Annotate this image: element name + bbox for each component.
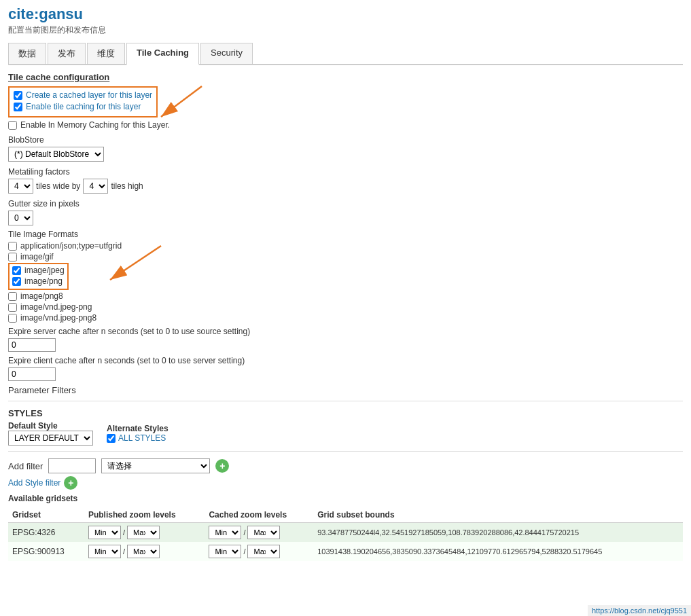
format-png-label: image/png: [24, 276, 63, 286]
add-filter-select[interactable]: 请选择: [101, 458, 210, 473]
blobstore-group: BlobStore (*) Default BlobStore: [8, 135, 683, 162]
col-cached-zoom: Cached zoom levels: [205, 507, 313, 523]
bounds-4326: 93.34787750244l4,32.5451927185059,108.78…: [313, 523, 683, 543]
metatiling-wide-text: tiles wide by: [36, 181, 80, 191]
pub-max-900913[interactable]: Max: [127, 545, 160, 558]
tab-bar: 数据 发布 维度 Tile Caching Security: [8, 43, 683, 65]
gridset-name-900913: EPSG:900913: [8, 542, 84, 561]
format-vnd-jpeg-png: image/vnd.jpeg-png: [8, 302, 683, 312]
all-styles-row: ALL STYLES: [107, 433, 169, 443]
metatiling-label: Metatiling factors: [8, 167, 683, 177]
table-row: EPSG:4326 Min / Max Min /: [8, 523, 683, 543]
create-cached-label: Create a cached layer for this layer: [26, 90, 152, 100]
create-cached-highlighted-box: Create a cached layer for this layer Ena…: [8, 86, 158, 117]
table-row: EPSG:900913 Min / Max Min /: [8, 542, 683, 561]
gutter-group: Gutter size in pixels 0: [8, 199, 683, 225]
tab-data[interactable]: 数据: [8, 43, 46, 64]
format-utfgrid-label: application/json;type=utfgrid: [20, 241, 122, 251]
pub-zoom-900913: Min / Max: [88, 545, 200, 558]
expire-client-input[interactable]: [8, 367, 56, 381]
enable-tile-label: Enable tile caching for this layer: [26, 102, 141, 111]
metatiling-row: 4 tiles wide by 4 tiles high: [8, 179, 683, 194]
gutter-select[interactable]: 0: [8, 211, 33, 225]
format-jpeg-checkbox[interactable]: [12, 266, 21, 275]
tab-tile-caching[interactable]: Tile Caching: [126, 43, 199, 65]
bounds-900913: 10391438.190204656,3835090.3373645484,12…: [313, 542, 683, 561]
svg-line-1: [161, 86, 202, 117]
expire-server-group: Expire server cache after n seconds (set…: [8, 327, 683, 352]
add-filter-row: Add filter 请选择 +: [8, 458, 683, 473]
gutter-label: Gutter size in pixels: [8, 199, 683, 209]
cache-max-4326[interactable]: Max: [247, 526, 280, 539]
image-formats-group: Tile Image Formats application/json;type…: [8, 230, 683, 323]
gridsets-table: Gridset Published zoom levels Cached zoo…: [8, 507, 683, 561]
format-utfgrid-checkbox[interactable]: [8, 242, 17, 251]
format-jpeg: image/jpeg: [12, 266, 65, 275]
pub-max-4326[interactable]: Max: [127, 526, 160, 539]
image-formats-label: Tile Image Formats: [8, 230, 683, 239]
format-gif-label: image/gif: [20, 252, 54, 261]
pub-zoom-4326: Min / Max: [88, 526, 200, 539]
format-png-checkbox[interactable]: [12, 277, 21, 286]
gridset-name-4326: EPSG:4326: [8, 523, 84, 543]
add-filter-button[interactable]: +: [215, 459, 229, 473]
add-filter-input[interactable]: [48, 458, 96, 473]
add-style-filter-row: Add Style filter +: [8, 476, 683, 490]
format-png8-label: image/png8: [20, 291, 63, 301]
tab-security[interactable]: Security: [200, 43, 253, 64]
expire-server-input[interactable]: [8, 338, 56, 352]
format-vnd-jpeg-png-label: image/vnd.jpeg-png: [20, 302, 92, 312]
metatiling-wide-select[interactable]: 4: [8, 179, 33, 194]
format-png8-checkbox[interactable]: [8, 292, 17, 301]
alternate-styles-label: Alternate Styles: [107, 424, 169, 433]
cache-min-900913[interactable]: Min: [209, 545, 241, 558]
blobstore-label: BlobStore: [8, 135, 683, 145]
metatiling-high-text: tiles high: [111, 181, 143, 191]
cache-min-4326[interactable]: Min: [209, 526, 241, 539]
format-vnd-jpeg-png-checkbox[interactable]: [8, 303, 17, 312]
app-title: cite:gansu: [8, 5, 683, 23]
col-bounds: Grid subset bounds: [313, 507, 683, 523]
col-published-zoom: Published zoom levels: [84, 507, 205, 523]
format-gif-checkbox[interactable]: [8, 253, 17, 261]
default-style-label: Default Style: [8, 421, 93, 431]
add-style-filter-button[interactable]: +: [64, 476, 77, 490]
tab-publish[interactable]: 发布: [48, 43, 86, 64]
enable-tile-checkbox[interactable]: [14, 103, 22, 111]
enable-memory-label: Enable In Memory Caching for this Layer.: [20, 120, 170, 130]
format-utfgrid: application/json;type=utfgrid: [8, 241, 683, 251]
format-vnd-jpeg-png8-checkbox[interactable]: [8, 314, 17, 323]
formats-highlighted-box: image/jpeg image/png: [8, 263, 69, 290]
available-gridsets-label: Available gridsets: [8, 494, 683, 503]
all-styles-checkbox[interactable]: [107, 434, 116, 443]
create-cached-checkbox[interactable]: [14, 91, 22, 100]
format-vnd-jpeg-png8-label: image/vnd.jpeg-png8: [20, 313, 96, 323]
styles-header: STYLES: [8, 408, 683, 418]
create-cached-row: Create a cached layer for this layer: [14, 90, 152, 100]
tab-dimension[interactable]: 维度: [87, 43, 125, 64]
metatiling-high-select[interactable]: 4: [83, 179, 108, 194]
format-png: image/png: [12, 276, 65, 286]
format-png8: image/png8: [8, 291, 683, 301]
styles-row: Default Style LAYER DEFAULT Alternate St…: [8, 421, 683, 446]
pub-min-4326[interactable]: Min: [88, 526, 121, 539]
expire-client-group: Expire client cache after n seconds (set…: [8, 356, 683, 381]
expire-client-label: Expire client cache after n seconds (set…: [8, 356, 683, 365]
add-filter-label: Add filter: [8, 461, 43, 471]
cache-zoom-900913: Min / Max: [209, 545, 309, 558]
parameter-filters-group: Parameter Filters: [8, 385, 683, 395]
cache-max-900913[interactable]: Max: [247, 545, 280, 558]
expire-server-label: Expire server cache after n seconds (set…: [8, 327, 683, 336]
default-style-group: Default Style LAYER DEFAULT: [8, 421, 93, 446]
pub-min-900913[interactable]: Min: [88, 545, 121, 558]
parameter-filters-label: Parameter Filters: [8, 385, 683, 395]
tile-cache-config-title: Tile cache configuration: [8, 72, 683, 82]
metatiling-group: Metatiling factors 4 tiles wide by 4 til…: [8, 167, 683, 194]
col-gridset: Gridset: [8, 507, 84, 523]
format-jpeg-label: image/jpeg: [24, 266, 65, 275]
default-style-select[interactable]: LAYER DEFAULT: [8, 431, 93, 446]
add-style-filter-label: Add Style filter: [8, 478, 60, 488]
format-vnd-jpeg-png8: image/vnd.jpeg-png8: [8, 313, 683, 323]
blobstore-select[interactable]: (*) Default BlobStore: [8, 147, 104, 162]
enable-memory-checkbox[interactable]: [8, 121, 17, 130]
